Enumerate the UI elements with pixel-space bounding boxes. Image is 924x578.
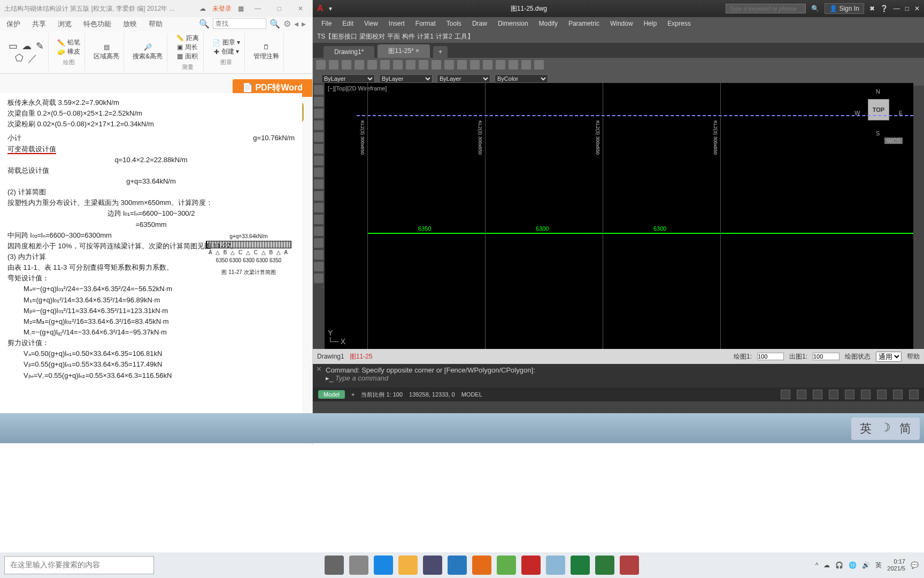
close-cmd-icon[interactable]: ✕	[316, 365, 322, 373]
grid-toggle[interactable]	[781, 390, 790, 399]
qat-icon[interactable]	[342, 60, 351, 70]
clock[interactable]: 0:17 2021/5	[887, 558, 905, 572]
menu-modify[interactable]: Modify	[535, 19, 562, 28]
cad2-icon[interactable]	[595, 556, 614, 575]
menu2-tools[interactable]: 工具】	[455, 32, 474, 41]
next-icon[interactable]: ▸	[302, 19, 306, 29]
qat-icon[interactable]	[521, 60, 531, 70]
layout-plus-icon[interactable]: +	[351, 391, 355, 398]
menu-help[interactable]: Help	[640, 19, 661, 28]
tool-icon[interactable]	[314, 144, 324, 154]
grid-icon[interactable]: ▦	[238, 5, 244, 12]
help-icon[interactable]: ❔	[880, 5, 888, 12]
viewport-label[interactable]: [−][Top][2D Wireframe]	[328, 85, 387, 92]
search-go-icon[interactable]: 🔍	[270, 19, 280, 29]
search-highlight[interactable]: 🔎搜索&高亮	[133, 43, 163, 61]
eraser-tool[interactable]: 🧽橡皮	[57, 47, 80, 56]
menu-view[interactable]: View	[360, 19, 382, 28]
line-icon[interactable]: ／	[28, 52, 37, 65]
maximize-button[interactable]: □	[272, 5, 287, 12]
tool-icon[interactable]	[314, 179, 324, 189]
menu-dimension[interactable]: Dimension	[494, 19, 533, 28]
model-tab[interactable]: Model	[318, 390, 345, 399]
region-highlight[interactable]: ▤区域高亮	[94, 43, 119, 61]
excel-icon[interactable]	[571, 556, 590, 575]
task-view-icon[interactable]	[349, 556, 368, 575]
qat-icon[interactable]	[534, 60, 544, 70]
tab-current[interactable]: 图11-25* ×	[378, 44, 430, 58]
menu-format[interactable]: Format	[411, 19, 440, 28]
qat-icon[interactable]	[509, 60, 518, 70]
tool-icon[interactable]	[314, 226, 324, 236]
qat-dropdown-icon[interactable]: ▾	[329, 5, 332, 12]
tool-icon[interactable]	[314, 273, 324, 283]
qat-icon[interactable]	[367, 60, 377, 70]
qat-icon[interactable]	[355, 60, 364, 70]
minimize-button[interactable]: —	[894, 5, 900, 12]
qat-icon[interactable]	[444, 60, 454, 70]
menu-window[interactable]: Window	[606, 19, 637, 28]
tool-icon[interactable]	[314, 132, 324, 142]
qat-icon[interactable]	[419, 60, 428, 70]
menu2-ts[interactable]: TS【图形接口	[317, 32, 357, 41]
start-button[interactable]	[325, 556, 344, 575]
maximize-button[interactable]: □	[905, 5, 909, 12]
cloud-tray-icon[interactable]: ☁	[823, 561, 830, 569]
command-line[interactable]: ✕ Command: Specify opposite corner or [F…	[313, 364, 924, 387]
menu-play[interactable]: 放映	[123, 19, 137, 29]
wechat-icon[interactable]	[497, 556, 516, 575]
qat-icon[interactable]	[393, 60, 403, 70]
sign-in-button[interactable]: 👤 Sign In	[825, 3, 864, 14]
mail-icon[interactable]	[448, 556, 467, 575]
qat-icon[interactable]	[380, 60, 390, 70]
space-label[interactable]: MODEL	[461, 391, 482, 398]
qat-icon[interactable]	[457, 60, 467, 70]
headset-icon[interactable]: 🎧	[835, 561, 843, 569]
find-icon[interactable]: 🔍	[199, 19, 210, 29]
close-button[interactable]: ✕	[914, 5, 920, 12]
tool-icon[interactable]	[314, 203, 324, 212]
tool-icon[interactable]	[314, 156, 324, 165]
menu-help[interactable]: 帮助	[149, 19, 163, 29]
qat-icon[interactable]	[496, 60, 505, 70]
qat-icon[interactable]	[470, 60, 480, 70]
tool-icon[interactable]	[314, 168, 324, 177]
menu-parametric[interactable]: Parametric	[564, 19, 604, 28]
tool-icon[interactable]	[314, 97, 324, 107]
perimeter-tool[interactable]: ▣周长	[177, 43, 198, 52]
pencil-tool[interactable]: ✏️铅笔	[57, 38, 80, 47]
tool-icon[interactable]	[314, 262, 324, 271]
keyword-input[interactable]	[726, 4, 806, 13]
menu2-calc2[interactable]: 计算2	[436, 32, 452, 41]
qat-icon[interactable]	[432, 60, 441, 70]
minimize-button[interactable]: —	[250, 5, 265, 12]
tab-drawing1[interactable]: Drawing1*	[324, 46, 374, 58]
search-input[interactable]	[213, 18, 266, 29]
notifications-icon[interactable]: 💬	[911, 561, 919, 569]
pdf-icon[interactable]	[546, 556, 565, 575]
menu-insert[interactable]: Insert	[384, 19, 409, 28]
autocad-logo-icon[interactable]: A	[317, 4, 324, 13]
prev-icon[interactable]: ◂	[294, 19, 298, 29]
cad-canvas[interactable]: [−][Top][2D Wireframe] N W E S TOP WCS K…	[325, 83, 913, 349]
menu-draw[interactable]: Draw	[468, 19, 491, 28]
tool-icon[interactable]	[314, 191, 324, 201]
cloud-icon[interactable]: ☁	[22, 40, 32, 52]
ortho-toggle[interactable]	[813, 390, 822, 399]
qat-icon[interactable]	[406, 60, 415, 70]
pencil-draw-icon[interactable]: ✎	[36, 40, 44, 52]
menu-protect[interactable]: 保护	[6, 19, 20, 29]
store-icon[interactable]	[423, 556, 442, 575]
layer-select[interactable]: ByLayer	[321, 74, 375, 83]
edge-icon[interactable]	[374, 556, 393, 575]
menu2-member[interactable]: 构件	[402, 32, 415, 41]
anno-toggle[interactable]	[893, 390, 903, 399]
tool-icon[interactable]	[314, 215, 324, 224]
vc-top[interactable]: TOP	[868, 99, 889, 120]
lwt-toggle[interactable]	[877, 390, 887, 399]
draw-state-select[interactable]: 通用	[876, 352, 902, 362]
tool-icon[interactable]	[314, 250, 324, 260]
menu2-plan[interactable]: 平面	[387, 32, 400, 41]
volume-icon[interactable]: 🔊	[862, 561, 870, 569]
vc-wcs[interactable]: WCS	[884, 138, 903, 144]
